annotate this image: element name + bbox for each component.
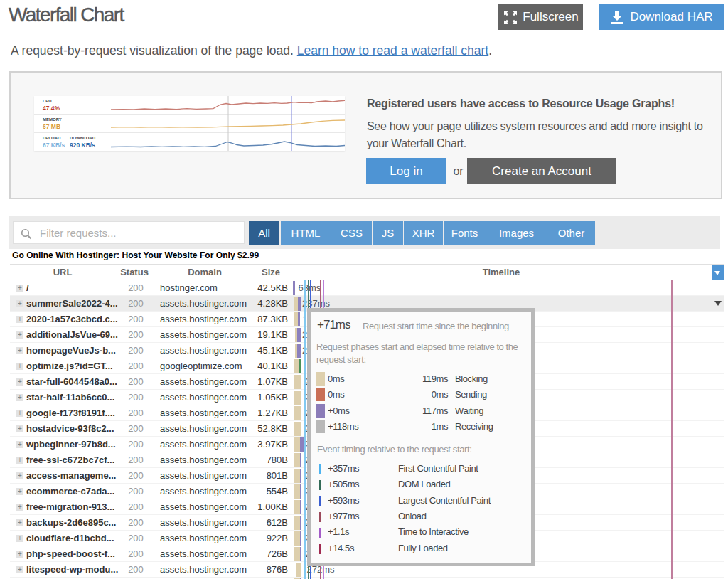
svg-text:47.4%: 47.4%	[43, 105, 60, 112]
svg-text:DOWNLOAD: DOWNLOAD	[70, 136, 96, 140]
svg-text:67 KB/s: 67 KB/s	[43, 142, 65, 149]
svg-text:920 KB/s: 920 KB/s	[70, 142, 95, 149]
svg-text:CPU: CPU	[43, 99, 52, 103]
svg-text:UPLOAD: UPLOAD	[43, 136, 61, 140]
svg-text:67 MB: 67 MB	[43, 123, 60, 130]
svg-text:MEMORY: MEMORY	[43, 117, 62, 122]
